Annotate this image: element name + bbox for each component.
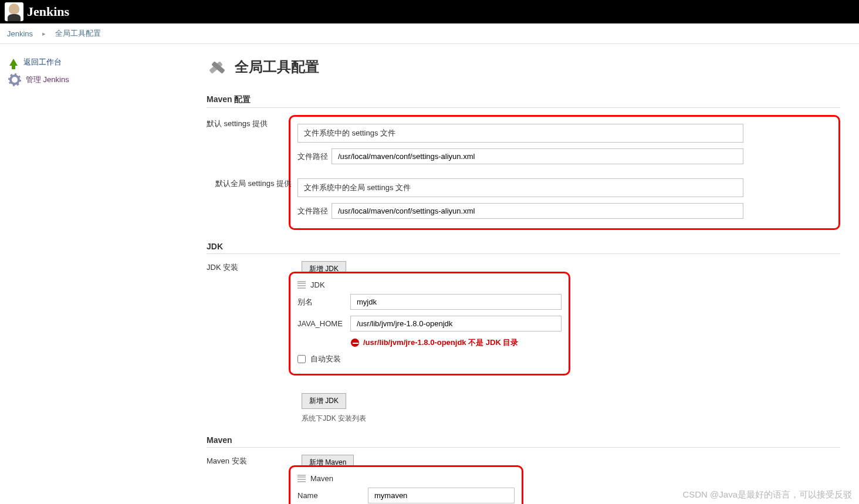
file-path-label: 文件路径 — [297, 206, 332, 217]
java-home-input[interactable] — [350, 316, 562, 332]
gear-icon — [9, 75, 20, 85]
sidebar-item-back[interactable]: 返回工作台 — [0, 53, 188, 71]
jdk-auto-install-checkbox[interactable] — [297, 355, 306, 363]
section-title-maven-config: Maven 配置 — [207, 94, 840, 108]
header: Jenkins — [0, 0, 859, 23]
drag-handle-icon[interactable] — [297, 475, 306, 483]
sidebar-item-label: 返回工作台 — [23, 57, 62, 67]
chevron-right-icon: ▸ — [42, 30, 46, 38]
default-global-settings-label: 默认全局 settings 提供 — [215, 178, 297, 219]
tools-icon — [207, 56, 229, 78]
jenkins-logo-icon — [5, 2, 23, 21]
sidebar-item-manage[interactable]: 管理 Jenkins — [0, 71, 188, 89]
watermark: CSDN @Java是最好的语言，可以接受反驳 — [682, 489, 852, 500]
default-settings-select[interactable]: 文件系统中的 settings 文件 — [297, 124, 743, 143]
default-global-settings-select[interactable]: 文件系统中的全局 settings 文件 — [297, 178, 743, 197]
add-jdk-button-top[interactable]: 新增 JDK — [302, 261, 346, 272]
jdk-auto-install-label: 自动安装 — [310, 354, 341, 364]
section-title-jdk: JDK — [207, 242, 840, 254]
sidebar: 返回工作台 管理 Jenkins — [0, 44, 188, 504]
add-jdk-button[interactable]: 新增 JDK — [302, 393, 346, 409]
section-title-maven: Maven — [207, 435, 840, 448]
default-global-settings-path-input[interactable] — [332, 203, 743, 219]
jdk-name-label: 别名 — [297, 297, 350, 307]
sidebar-item-label: 管理 Jenkins — [26, 75, 69, 85]
jdk-install-label: JDK 安装 — [207, 261, 289, 273]
jdk-help-text: 系统下JDK 安装列表 — [302, 414, 840, 424]
drag-handle-icon[interactable] — [297, 281, 306, 289]
breadcrumb: Jenkins ▸ 全局工具配置 — [0, 23, 859, 44]
page-title: 全局工具配置 — [235, 57, 319, 76]
breadcrumb-item-current[interactable]: 全局工具配置 — [55, 28, 101, 39]
jdk-name-input[interactable] — [350, 294, 562, 310]
default-settings-path-input[interactable] — [332, 148, 743, 164]
highlight-box-jdk: JDK 别名 JAVA_HOME /usr/lib/jvm/jre-1 — [289, 272, 570, 376]
file-path-label: 文件路径 — [297, 151, 332, 162]
add-maven-button-top[interactable]: 新增 Maven — [302, 455, 354, 465]
highlight-box-maven-config: 文件系统中的 settings 文件 文件路径 默认全局 settings 提供… — [289, 115, 840, 230]
breadcrumb-item-jenkins[interactable]: Jenkins — [7, 29, 33, 38]
java-home-label: JAVA_HOME — [297, 319, 350, 328]
maven-name-label: Name — [297, 491, 368, 500]
app-name[interactable]: Jenkins — [27, 4, 69, 19]
main-content: 全局工具配置 Maven 配置 默认 settings 提供 文件系统中的 se… — [188, 44, 859, 504]
default-settings-label: 默认 settings 提供 — [207, 115, 289, 129]
jdk-error-message: /usr/lib/jvm/jre-1.8.0-openjdk 不是 JDK 目录 — [363, 337, 518, 348]
maven-name-input[interactable] — [368, 488, 515, 503]
maven-item-title: Maven — [310, 474, 333, 483]
highlight-box-maven: Maven Name MAVEN_HOME — [289, 465, 523, 504]
error-icon — [350, 338, 360, 347]
up-arrow-icon — [9, 59, 18, 66]
maven-install-label: Maven 安装 — [207, 455, 289, 466]
jdk-item-title: JDK — [310, 280, 325, 289]
